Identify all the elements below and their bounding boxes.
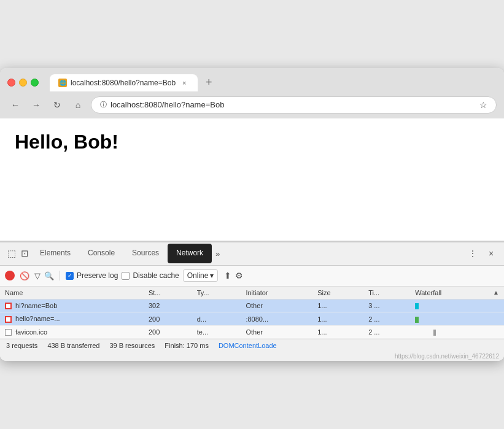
filter-button[interactable]: ▽ (34, 271, 41, 280)
col-header-name: Name (0, 287, 144, 300)
disable-cache-checkbox-label[interactable]: Disable cache (122, 271, 179, 280)
row-status-cell: 302 (144, 299, 192, 312)
col-header-initiator: Initiator (241, 287, 312, 300)
tab-close-button[interactable]: × (179, 78, 189, 88)
url-text: localhost:8080/hello?name=Bob (110, 100, 224, 109)
address-bar[interactable]: ⓘ localhost:8080/hello?name=Bob ☆ (91, 96, 497, 114)
table-header-row: Name St... Ty... Initiator Size Ti... Wa… (0, 287, 504, 300)
row-type-cell (192, 299, 241, 312)
tab-favicon-icon: 🌐 (58, 79, 67, 87)
col-header-size: Size (312, 287, 363, 300)
new-tab-button[interactable]: + (200, 74, 217, 91)
tab-area: 🌐 localhost:8080/hello?name=Bob × + (50, 74, 497, 91)
network-table: Name St... Ty... Initiator Size Ti... Wa… (0, 287, 504, 339)
tab-network[interactable]: Network (168, 244, 212, 263)
more-tabs-button[interactable]: » (212, 247, 223, 261)
row-type-cell: d... (192, 312, 241, 326)
tab-sources[interactable]: Sources (123, 244, 168, 263)
devtools-panel: ⬚ ⊡ Elements Console Sources Network » ⋮… (0, 241, 504, 361)
table-row[interactable]: favicon.ico 200 te... Other 1... 2 ... (0, 325, 504, 339)
devtools-close-button[interactable]: × (483, 245, 499, 261)
forward-button[interactable]: → (28, 97, 44, 113)
table-row[interactable]: hello?name=... 200 d... :8080... 1... 2 … (0, 312, 504, 326)
row-status-cell: 200 (144, 325, 192, 339)
network-settings-button[interactable]: ⚙ (235, 271, 243, 280)
lock-icon: ⓘ (100, 100, 107, 109)
separator (60, 271, 60, 280)
clear-button[interactable]: 🚫 (18, 269, 31, 282)
col-header-waterfall: Waterfall ▲ (410, 287, 504, 299)
devtools-actions: ⋮ × (465, 245, 499, 261)
close-window-dot[interactable] (7, 79, 15, 87)
active-tab[interactable]: 🌐 localhost:8080/hello?name=Bob × (50, 74, 198, 91)
search-button[interactable]: 🔍 (44, 271, 54, 280)
back-button[interactable]: ← (7, 97, 23, 113)
watermark-url: https://blog.csdn.net/weixin_46722612 (0, 352, 504, 361)
row-waterfall-cell (410, 312, 504, 326)
maximize-window-dot[interactable] (31, 79, 39, 87)
page-heading: Hello, Bob! (15, 131, 489, 153)
tab-elements[interactable]: Elements (31, 244, 79, 263)
col-header-status: St... (144, 287, 192, 300)
minimize-window-dot[interactable] (19, 79, 27, 87)
device-toolbar-button[interactable]: ⊡ (18, 245, 31, 261)
waterfall-bar (415, 303, 419, 309)
home-button[interactable]: ⌂ (70, 97, 86, 113)
row-time-cell: 2 ... (363, 325, 410, 339)
online-selector[interactable]: Online ▾ (183, 269, 219, 282)
waterfall-bar (433, 330, 436, 336)
devtools-tab-bar: ⬚ ⊡ Elements Console Sources Network » ⋮… (0, 242, 504, 266)
network-toolbar: 🚫 ▽ 🔍 ✓ Preserve log Disable cache Onlin… (0, 266, 504, 287)
status-bar: 3 requests 438 B transferred 39 B resour… (0, 339, 504, 352)
row-type-cell: te... (192, 325, 241, 339)
row-name-cell: favicon.ico (0, 325, 144, 339)
row-size-cell: 1... (312, 312, 363, 326)
disable-cache-label: Disable cache (133, 271, 179, 280)
row-name-cell: hello?name=... (0, 312, 144, 326)
finish-time: Finish: 170 ms (165, 342, 209, 349)
row-checkbox[interactable] (5, 303, 12, 309)
upload-button[interactable]: ⬆ (224, 271, 231, 280)
col-header-type: Ty... (192, 287, 241, 300)
row-name-cell: hi?name=Bob (0, 299, 144, 312)
devtools-menu-button[interactable]: ⋮ (465, 245, 481, 261)
nav-bar: ← → ↻ ⌂ ⓘ localhost:8080/hello?name=Bob … (0, 91, 504, 118)
row-checkbox[interactable] (5, 329, 12, 336)
online-label: Online (187, 271, 209, 280)
row-waterfall-cell (410, 325, 504, 339)
row-initiator-cell: Other (241, 325, 312, 339)
disable-cache-checkbox[interactable] (122, 272, 130, 280)
window-controls (7, 79, 39, 87)
preserve-log-label: Preserve log (77, 271, 118, 280)
preserve-log-checkbox[interactable]: ✓ (66, 272, 74, 280)
tab-label: localhost:8080/hello?name=Bob (71, 79, 176, 87)
reload-button[interactable]: ↻ (49, 97, 65, 113)
transferred-size: 438 B transferred (47, 342, 99, 349)
resources-size: 39 B resources (109, 342, 155, 349)
row-size-cell: 1... (312, 325, 363, 339)
row-size-cell: 1... (312, 299, 363, 312)
page-content: Hello, Bob! (0, 118, 504, 241)
preserve-log-checkbox-label[interactable]: ✓ Preserve log (66, 271, 118, 280)
row-name: favicon.ico (15, 328, 47, 336)
requests-count: 3 requests (6, 342, 37, 349)
tab-console[interactable]: Console (79, 244, 123, 263)
title-bar: 🌐 localhost:8080/hello?name=Bob × + (0, 68, 504, 91)
row-initiator-cell: :8080... (241, 312, 312, 326)
row-waterfall-cell (410, 299, 504, 312)
record-button[interactable] (5, 271, 15, 280)
col-header-time: Ti... (363, 287, 410, 300)
browser-window: 🌐 localhost:8080/hello?name=Bob × + ← → … (0, 68, 504, 361)
dom-content-loaded-link[interactable]: DOMContentLoade (219, 342, 277, 349)
table-row[interactable]: hi?name=Bob 302 Other 1... 3 ... (0, 299, 504, 312)
row-name: hi?name=Bob (15, 302, 57, 309)
row-time-cell: 3 ... (363, 299, 410, 312)
chevron-down-icon: ▾ (210, 271, 214, 280)
bookmark-icon[interactable]: ☆ (479, 100, 487, 110)
row-status-cell: 200 (144, 312, 192, 326)
sort-arrow-icon[interactable]: ▲ (493, 289, 499, 296)
waterfall-label: Waterfall (415, 289, 441, 296)
inspect-element-button[interactable]: ⬚ (5, 245, 18, 261)
row-time-cell: 2 ... (363, 312, 410, 326)
row-checkbox[interactable] (5, 316, 12, 323)
